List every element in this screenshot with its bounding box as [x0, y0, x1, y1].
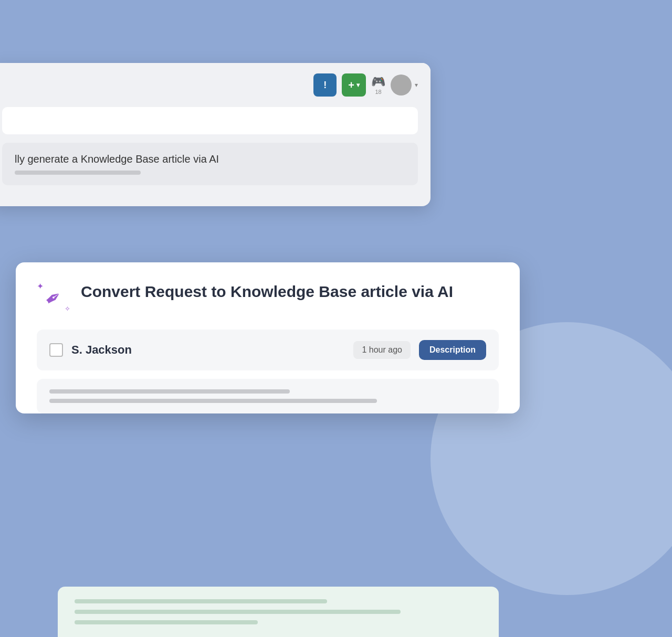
- item-placeholder-lines: [37, 379, 499, 413]
- gamepad-icon: 🎮: [371, 75, 385, 89]
- row-placeholder-line: [15, 171, 141, 175]
- bottom-line-3: [75, 620, 258, 624]
- search-bar[interactable]: [2, 107, 418, 134]
- row-title-text: lly generate a Knowledge Base article vi…: [15, 153, 405, 165]
- bottom-line-2: [75, 610, 401, 614]
- info-button[interactable]: !: [313, 73, 337, 97]
- item-timestamp: 1 hour ago: [353, 341, 411, 359]
- bottom-line-1: [75, 599, 327, 603]
- request-item: S. Jackson 1 hour ago Description: [37, 330, 499, 370]
- item-checkbox[interactable]: [49, 343, 63, 357]
- info-icon: !: [323, 80, 327, 91]
- avatar-container[interactable]: ▾: [391, 75, 418, 95]
- placeholder-line-1: [49, 389, 290, 394]
- wand-icon: ✒: [40, 284, 67, 312]
- add-button[interactable]: + ▾: [342, 73, 366, 97]
- back-card-content: lly generate a Knowledge Base article vi…: [0, 107, 430, 206]
- dropdown-arrow-icon: ▾: [356, 81, 360, 89]
- placeholder-line-2: [49, 399, 377, 403]
- back-browser-window: ! + ▾ 🎮 18 ▾ lly generate a Knowledge Ba…: [0, 63, 430, 206]
- gamepad-widget[interactable]: 🎮 18: [371, 75, 385, 95]
- avatar: [391, 75, 412, 95]
- browser-toolbar: ! + ▾ 🎮 18 ▾: [0, 63, 430, 107]
- front-dialog-card: ✦ ✒ ✧ Convert Request to Knowledge Base …: [16, 262, 520, 413]
- knowledge-base-row: lly generate a Knowledge Base article vi…: [2, 143, 418, 185]
- plus-icon: +: [348, 79, 354, 91]
- avatar-dropdown-icon: ▾: [415, 81, 418, 89]
- bottom-green-card: [58, 587, 499, 637]
- gamepad-count: 18: [375, 89, 381, 95]
- ai-icon-container: ✦ ✒ ✧: [37, 281, 70, 315]
- dialog-header: ✦ ✒ ✧ Convert Request to Knowledge Base …: [37, 281, 499, 315]
- item-name: S. Jackson: [71, 343, 345, 357]
- dialog-title: Convert Request to Knowledge Base articl…: [81, 281, 453, 302]
- sparkle-bottom-right-icon: ✧: [65, 305, 70, 313]
- sparkle-top-left-icon: ✦: [37, 281, 44, 291]
- description-button[interactable]: Description: [419, 340, 486, 360]
